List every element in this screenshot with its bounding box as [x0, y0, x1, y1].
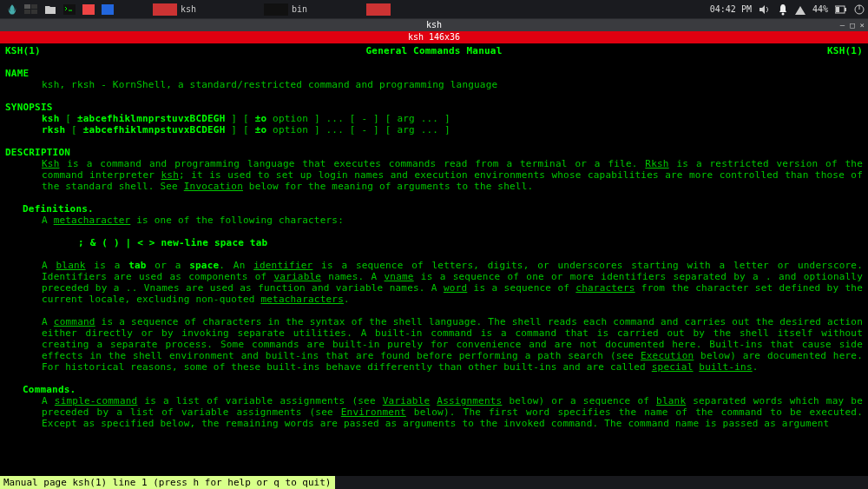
battery-icon[interactable]	[835, 5, 847, 14]
power-icon[interactable]	[854, 4, 865, 15]
svg-rect-0	[24, 4, 30, 9]
taskbar-right: 04:42 PM 44%	[710, 3, 865, 16]
battery-label: 44%	[812, 4, 828, 14]
synopsis-line-1: ksh [ ±abcefhiklmnprstuvxBCDEGH ] [ ±o o…	[5, 113, 863, 124]
section-definitions: Definitions.	[5, 203, 863, 215]
network-icon[interactable]	[795, 4, 806, 15]
section-description: DESCRIPTION	[5, 147, 863, 158]
clock[interactable]: 04:42 PM	[710, 4, 752, 14]
command-paragraph: A command is a sequence of characters in…	[5, 316, 863, 373]
svg-rect-5	[82, 4, 95, 15]
pager-icon[interactable]	[23, 2, 40, 17]
man-header: KSH(1) General Commands Manual KSH(1)	[5, 45, 863, 56]
svg-rect-9	[845, 8, 846, 11]
terminal-title: ksh 146x36	[408, 32, 460, 42]
svg-rect-3	[31, 10, 37, 14]
window-titlebar[interactable]: ksh — □ ×	[0, 19, 868, 31]
app-icon-2[interactable]	[99, 2, 116, 17]
section-commands: Commands.	[5, 384, 863, 395]
name-line: ksh, rksh - KornShell, a standard/restri…	[5, 79, 863, 90]
window-buttons: — □ ×	[840, 19, 865, 31]
taskbar: ksh bin 04:42 PM 44%	[0, 0, 868, 19]
app-icon-1[interactable]	[80, 2, 97, 17]
taskbar-window-ksh[interactable]: ksh	[146, 2, 203, 17]
files-icon[interactable]	[42, 2, 59, 17]
taskbar-left: ksh bin	[3, 2, 398, 17]
manpage-status-bar: Manual page ksh(1) line 1 (press h for h…	[0, 476, 335, 489]
minimize-button[interactable]: —	[840, 19, 845, 31]
simple-command-paragraph: A simple-command is a list of variable a…	[5, 395, 863, 429]
blank-paragraph: A blank is a tab or a space. An identifi…	[5, 260, 863, 305]
window-title: ksh	[426, 20, 442, 30]
svg-point-7	[781, 12, 784, 15]
svg-rect-1	[31, 4, 37, 9]
svg-rect-6	[102, 4, 114, 15]
svg-rect-2	[24, 10, 30, 14]
man-header-right: KSH(1)	[827, 45, 863, 56]
app-launcher-icon[interactable]	[3, 2, 21, 17]
taskbar-window-label: ksh	[181, 4, 196, 14]
notifications-icon[interactable]	[778, 3, 788, 16]
maximize-button[interactable]: □	[850, 19, 854, 31]
section-synopsis: SYNOPSIS	[5, 102, 863, 113]
close-button[interactable]: ×	[860, 19, 865, 31]
svg-rect-10	[836, 7, 839, 12]
section-name: NAME	[5, 68, 863, 79]
terminal-icon[interactable]	[61, 2, 78, 17]
taskbar-window-bin[interactable]: bin	[257, 2, 314, 17]
metacharacters: ; & ( ) | < > new-line space tab	[5, 237, 863, 248]
defs-line: A metacharacter is one of the following …	[5, 215, 863, 226]
man-header-center: General Commands Manual	[366, 45, 503, 56]
window-thumb-icon	[153, 3, 177, 16]
manpage-content[interactable]: KSH(1) General Commands Manual KSH(1) NA…	[0, 43, 868, 476]
volume-icon[interactable]	[759, 4, 771, 15]
window-thumb-icon	[264, 3, 288, 16]
synopsis-line-2: rksh [ ±abcefhiklmnpstuvxBCDEGH ] [ ±o o…	[5, 124, 863, 135]
terminal-title-bar: ksh 146x36	[0, 31, 868, 43]
taskbar-window-label: bin	[292, 4, 307, 14]
window-thumb-icon	[366, 3, 391, 16]
desc-paragraph: Ksh is a command and programming languag…	[5, 158, 863, 192]
man-header-left: KSH(1)	[5, 45, 41, 56]
taskbar-window-3[interactable]	[359, 2, 398, 17]
